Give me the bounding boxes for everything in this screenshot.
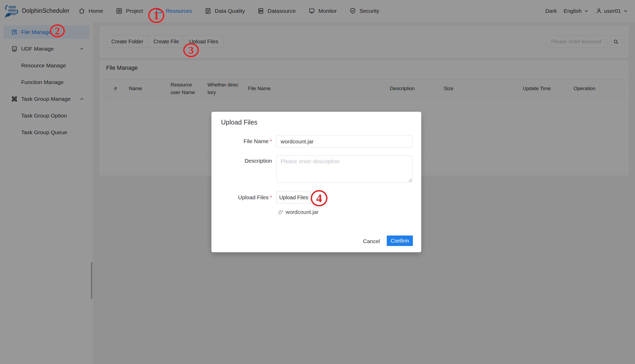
attached-file-name: wordcount.jar bbox=[286, 209, 319, 215]
description-textarea[interactable] bbox=[276, 155, 412, 183]
file-name-input[interactable] bbox=[276, 135, 412, 148]
required-asterisk: * bbox=[270, 138, 272, 144]
confirm-button[interactable]: Confirm bbox=[387, 236, 413, 246]
upload-files-label: Upload Files* bbox=[211, 194, 272, 201]
paperclip-icon bbox=[278, 209, 283, 215]
upload-files-modal: Upload Files File Name* Description Uplo… bbox=[211, 112, 421, 252]
file-name-label: File Name* bbox=[211, 138, 272, 144]
description-label: Description bbox=[211, 158, 272, 164]
upload-files-picker-button[interactable]: Upload Files bbox=[276, 191, 311, 203]
cancel-button[interactable]: Cancel bbox=[359, 236, 384, 246]
modal-title: Upload Files bbox=[221, 119, 257, 126]
attached-file-item[interactable]: wordcount.jar bbox=[278, 209, 319, 215]
required-asterisk: * bbox=[270, 194, 272, 200]
